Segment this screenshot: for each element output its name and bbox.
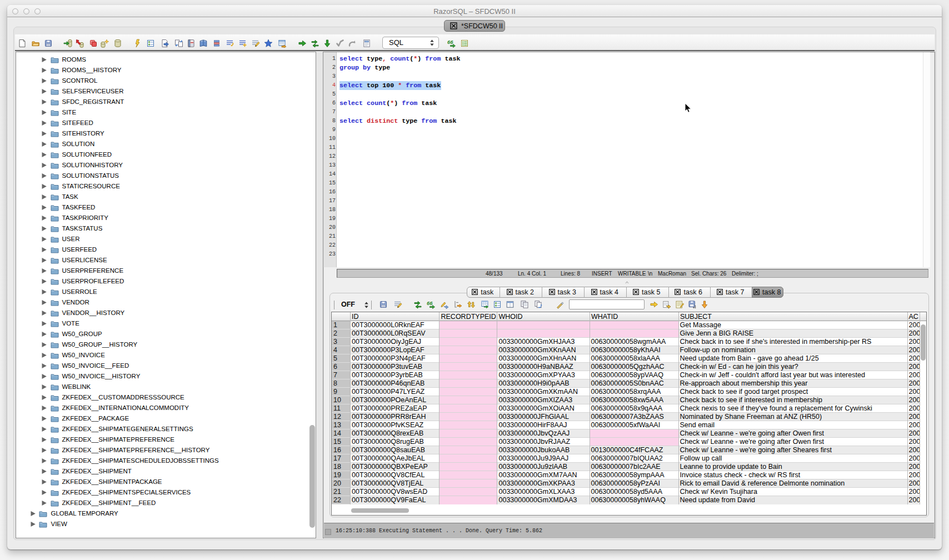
svg-text:66: 66 bbox=[447, 39, 453, 45]
svg-text:66: 66 bbox=[427, 300, 433, 306]
